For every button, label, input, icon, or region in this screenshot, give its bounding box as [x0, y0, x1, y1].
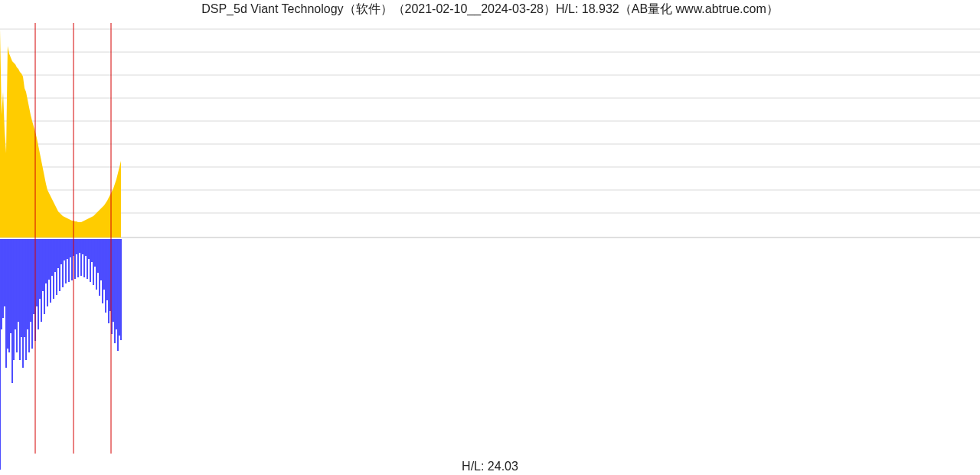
price-volume-chart	[0, 0, 980, 475]
